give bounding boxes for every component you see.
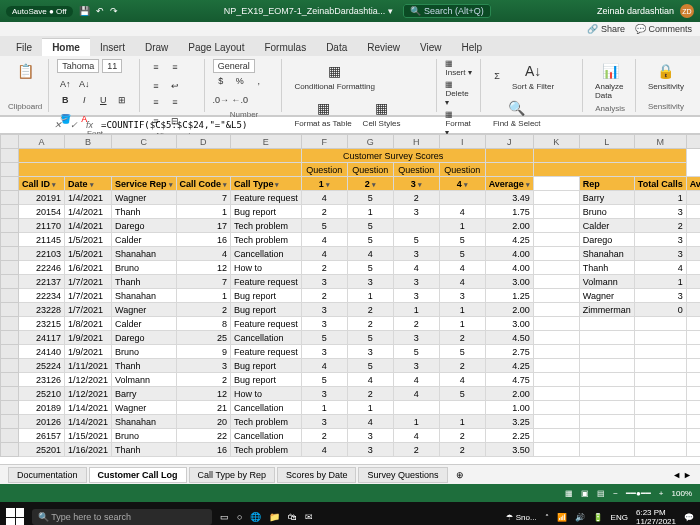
volume-icon[interactable]: 🔊 [575,513,585,522]
table-row[interactable]: 221371/7/2021Thanh7Feature request33343.… [1,275,701,289]
sheet-tab-scores-by-date[interactable]: Scores by Date [277,467,357,483]
tab-help[interactable]: Help [452,39,493,56]
table-row[interactable]: 211451/5/2021Calder16Tech problem45554.2… [1,233,701,247]
view-normal-icon[interactable]: ▦ [565,489,573,498]
view-break-icon[interactable]: ▤ [597,489,605,498]
tab-insert[interactable]: Insert [90,39,135,56]
col-header-E[interactable]: E [231,135,302,149]
bold-icon[interactable]: B [57,92,73,108]
column-header-service_rep[interactable]: Service Rep [112,177,177,191]
align-center-icon[interactable]: ≡ [167,94,183,110]
col-header-G[interactable]: G [347,135,393,149]
mail-icon[interactable]: ✉ [305,512,313,522]
side-row-rep[interactable]: Barry [579,191,634,205]
col-header-A[interactable]: A [19,135,65,149]
table-row[interactable]: 221031/5/2021Shanahan4Cancellation44354.… [1,247,701,261]
conditional-formatting-button[interactable]: ▦Conditional Formatting [290,59,378,93]
table-row[interactable]: 201261/14/2021Shanahan20Tech problem3411… [1,415,701,429]
tab-data[interactable]: Data [316,39,357,56]
column-header-date[interactable]: Date [65,177,112,191]
table-row[interactable]: 252101/12/2021Barry12How to32452.00 [1,387,701,401]
battery-icon[interactable]: 🔋 [593,513,603,522]
col-header-J[interactable]: J [485,135,533,149]
table-row[interactable]: 201911/4/2021Wagner7Feature request4523.… [1,191,701,205]
col-header-K[interactable]: K [533,135,579,149]
cancel-formula-icon[interactable]: ✕ [50,120,66,130]
sheet-tab-call-type-by-rep[interactable]: Call Type by Rep [189,467,275,483]
side-row-rep[interactable]: Zimmerman [579,303,634,317]
zoom-level[interactable]: 100% [672,489,692,498]
tab-review[interactable]: Review [357,39,410,56]
table-row[interactable]: 232281/7/2021Wagner2Bug report32112.00Zi… [1,303,701,317]
column-header-q4[interactable]: 4 [439,177,485,191]
col-header-H[interactable]: H [393,135,439,149]
column-header-call_id[interactable]: Call ID [19,177,65,191]
store-icon[interactable]: 🛍 [288,512,297,522]
taskbar-search[interactable]: 🔍 Type here to search [32,509,212,525]
tab-draw[interactable]: Draw [135,39,178,56]
table-row[interactable]: 232151/8/2021Calder8Feature request32213… [1,317,701,331]
paste-button[interactable]: 📋 [8,59,42,83]
clock[interactable]: 6:23 PM11/27/2021 [636,508,676,525]
align-mid-icon[interactable]: ≡ [167,59,183,75]
language-indicator[interactable]: ENG [611,513,628,522]
autosave-toggle[interactable]: AutoSave ● Off [6,6,73,17]
column-header-q3[interactable]: 3 [393,177,439,191]
dec-decimal-icon[interactable]: ←.0 [232,92,248,108]
zoom-out-icon[interactable]: − [613,489,618,498]
comma-icon[interactable]: , [251,73,267,89]
redo-icon[interactable]: ↷ [110,6,118,16]
col-header-C[interactable]: C [112,135,177,149]
scroll-left-icon[interactable]: ◄ [672,470,681,480]
user-avatar[interactable]: ZD [680,4,694,18]
insert-cells-button[interactable]: ▦ Insert ▾ [445,59,474,77]
sort-filter-button[interactable]: A↓Sort & Filter [508,59,558,93]
table-row[interactable]: 222341/7/2021Shanahan1Bug report21331.25… [1,289,701,303]
col-header-I[interactable]: I [439,135,485,149]
percent-icon[interactable]: % [232,73,248,89]
enter-formula-icon[interactable]: ✓ [66,120,82,130]
wifi-icon[interactable]: 📶 [557,513,567,522]
sensitivity-button[interactable]: 🔒Sensitivity [644,59,688,93]
table-row[interactable]: 201541/4/2021Thanh1Bug report21341.75Bru… [1,205,701,219]
zoom-slider[interactable]: ━━●━━ [626,489,651,498]
inc-decimal-icon[interactable]: .0→ [213,92,229,108]
align-left-icon[interactable]: ≡ [148,94,164,110]
sheet-tab-documentation[interactable]: Documentation [8,467,87,483]
new-sheet-icon[interactable]: ⊕ [450,470,470,480]
border-icon[interactable]: ⊞ [114,92,130,108]
table-row[interactable]: 252241/11/2021Thanh3Bug report45324.25 [1,359,701,373]
number-format-select[interactable]: General [213,59,255,73]
search-box[interactable]: 🔍 Search (Alt+Q) [403,4,490,18]
analyze-data-button[interactable]: 📊Analyze Data [591,59,629,102]
col-header-L[interactable]: L [579,135,634,149]
user-name[interactable]: Zeinab dardashtian [597,6,674,16]
zoom-in-icon[interactable]: + [659,489,664,498]
share-button[interactable]: 🔗 Share [587,24,625,34]
tab-home[interactable]: Home [42,38,90,56]
table-row[interactable]: 201891/14/2021Wagner21Cancellation111.00 [1,401,701,415]
tab-file[interactable]: File [6,39,42,56]
tab-formulas[interactable]: Formulas [254,39,316,56]
task-view-icon[interactable]: ▭ [220,512,229,522]
comments-button[interactable]: 💬 Comments [635,24,692,34]
worksheet-grid[interactable]: ABCDEFGHIJKLMNCustomer Survey ScoresQues… [0,134,700,464]
table-row[interactable]: 241171/9/2021Darego25Cancellation55324.5… [1,331,701,345]
save-icon[interactable]: 💾 [79,6,90,16]
increase-font-icon[interactable]: A↑ [57,76,73,92]
start-button[interactable] [6,508,24,525]
column-header-q1[interactable]: 1 [301,177,347,191]
side-row-rep[interactable]: Volmann [579,275,634,289]
tab-page-layout[interactable]: Page Layout [178,39,254,56]
weather-widget[interactable]: ☂ Sno... [506,513,536,522]
edge-icon[interactable]: 🌐 [250,512,261,522]
table-row[interactable]: 222461/6/2021Bruno12How to25444.00Thanh4… [1,261,701,275]
side-row-rep[interactable]: Darego [579,233,634,247]
sheet-tab-survey-questions[interactable]: Survey Questions [358,467,447,483]
tray-chevron-icon[interactable]: ˄ [545,513,549,522]
view-page-icon[interactable]: ▣ [581,489,589,498]
font-size-select[interactable]: 11 [102,59,122,73]
decrease-font-icon[interactable]: A↓ [76,76,92,92]
column-header-q2[interactable]: 2 [347,177,393,191]
column-header-average[interactable]: Average [485,177,533,191]
